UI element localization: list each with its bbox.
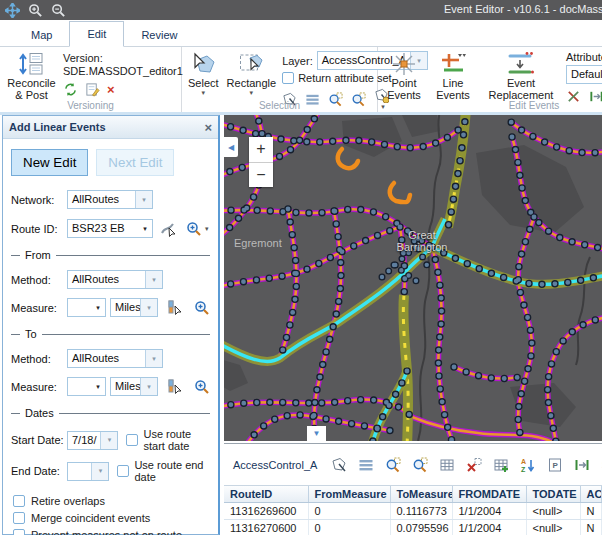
pick-to-measure-icon[interactable] (167, 378, 184, 395)
col-tomeasure[interactable]: ToMeasure (390, 486, 452, 503)
col-todate[interactable]: TODATE (526, 486, 580, 503)
from-unit-select[interactable]: Miles ▾ (110, 298, 158, 317)
cell: N (580, 503, 602, 520)
cell: 1/1/2004 (452, 520, 526, 535)
rectangle-button[interactable]: Rectangle ▾ (225, 50, 279, 97)
to-unit-select[interactable]: Miles ▾ (110, 377, 158, 396)
col-fromdate[interactable]: FROMDATE (452, 486, 526, 503)
merge-coincident-label: Merge coincident events (31, 512, 150, 524)
select-button[interactable]: Select ▾ (186, 50, 221, 97)
from-method-select[interactable]: AllRoutes ▾ (67, 270, 163, 289)
route-id-combo[interactable]: BSR23 EB ▾ (67, 219, 153, 238)
map-zoom-out-button[interactable]: − (249, 163, 273, 188)
attribute-table-panel: AccessControl_A A Z (224, 443, 602, 535)
ribbon-tabs: Map Edit Review (0, 20, 602, 47)
tab-map[interactable]: Map (14, 23, 69, 47)
cell: 0 (308, 520, 390, 535)
table-show-records-icon[interactable] (358, 457, 374, 473)
reconcile-post-button[interactable]: Reconcile & Post (4, 50, 59, 102)
table-clear-selection-icon[interactable] (466, 457, 482, 473)
line-events-button[interactable]: Line Events (430, 50, 476, 102)
table-toolbar: AccessControl_A A Z (224, 444, 602, 486)
route-id-label: Route ID: (11, 223, 67, 235)
end-date-label: End Date: (11, 465, 67, 477)
route-id-value: BSR23 EB (68, 220, 138, 237)
to-method-label: Method: (11, 353, 67, 365)
new-version-icon[interactable] (85, 82, 100, 97)
table-select-by-polygon-icon[interactable] (331, 457, 347, 473)
collapse-left-icon: ◀ (228, 143, 234, 152)
from-measure-combo[interactable]: ▾ (67, 298, 106, 317)
group-label-versioning: Versioning (0, 100, 181, 111)
prevent-measures-checkbox[interactable] (13, 529, 25, 535)
from-measure-label: Measure: (11, 302, 67, 314)
network-value: AllRoutes (68, 191, 135, 208)
from-measure-value (68, 299, 91, 316)
rectangle-select-icon (238, 51, 264, 77)
zoom-out-icon[interactable] (51, 3, 66, 18)
to-section-label: To (25, 328, 37, 340)
table-collapse-button[interactable]: ▼ (307, 426, 326, 441)
table-row[interactable]: 11316269600 0 0.1116773 1/1/2004 <null> … (224, 503, 602, 520)
group-versioning: Reconcile & Post Version: SDE.MASSDOT_ed… (0, 47, 182, 112)
map-zoom-in-button[interactable]: + (249, 137, 273, 163)
merge-coincident-checkbox[interactable] (13, 512, 25, 524)
app-title: Event Editor - v10.6.1 - docMassDOTN (444, 3, 602, 15)
table-row[interactable]: 11316270600 0 0.0795596 1/1/2004 <null> … (224, 520, 602, 535)
attribute-set-select[interactable]: Default ▾ (566, 65, 602, 84)
end-date-input[interactable]: ▾ (67, 462, 109, 481)
start-date-input[interactable]: 7/18/ ▾ (67, 431, 118, 450)
pick-from-measure-icon[interactable] (167, 299, 184, 316)
zoom-in-icon[interactable] (28, 3, 43, 18)
next-edit-button[interactable]: Next Edit (96, 149, 174, 176)
panel-close-icon[interactable]: × (204, 120, 212, 135)
event-replacement-label: Event Replacement (482, 77, 560, 101)
from-section-label: From (25, 249, 51, 261)
table-zoom-to-selected-icon[interactable] (385, 457, 401, 473)
pan-icon[interactable] (5, 3, 20, 18)
event-replacement-button[interactable]: Event Replacement (480, 50, 562, 102)
retire-overlaps-checkbox[interactable] (13, 495, 25, 507)
col-ac[interactable]: AC (580, 486, 602, 503)
table-measure-range-icon[interactable] (574, 457, 590, 473)
to-measure-combo[interactable]: ▾ (67, 377, 106, 396)
point-events-button[interactable]: Point Events (382, 50, 426, 102)
delete-version-icon[interactable]: × (107, 83, 115, 96)
col-frommeasure[interactable]: FromMeasure (308, 486, 390, 503)
cell: 11316270600 (224, 520, 308, 535)
map-canvas[interactable] (224, 115, 602, 441)
table-switch-selection-icon[interactable] (439, 457, 455, 473)
cell: 0 (308, 503, 390, 520)
to-method-select[interactable]: AllRoutes ▾ (67, 349, 163, 368)
table-add-record-icon[interactable] (493, 457, 509, 473)
use-route-end-checkbox[interactable] (117, 465, 129, 477)
from-zoom-icon[interactable] (194, 300, 210, 316)
cell: 11316269600 (224, 503, 308, 520)
cell: 1/1/2004 (452, 503, 526, 520)
tab-edit[interactable]: Edit (69, 21, 124, 47)
use-route-end-label: Use route end date (134, 459, 210, 483)
tab-review[interactable]: Review (124, 23, 194, 47)
route-zoom-caret-icon[interactable]: ▾ (205, 225, 209, 233)
return-attribute-set-checkbox[interactable] (282, 72, 294, 84)
network-select[interactable]: AllRoutes ▾ (67, 190, 153, 209)
group-label-selection: Selection (182, 100, 377, 111)
table-report-icon[interactable]: P (547, 457, 563, 473)
change-version-icon[interactable] (63, 82, 78, 97)
new-edit-button[interactable]: New Edit (11, 149, 88, 176)
map-label-egremont: Egremont (234, 237, 282, 249)
end-date-arrow-icon: ▾ (91, 463, 108, 480)
panel-collapse-button[interactable]: ◀ (224, 137, 238, 157)
dates-section-divider: Dates (11, 407, 210, 419)
to-zoom-icon[interactable] (194, 379, 210, 395)
cell: 0.0795596 (390, 520, 452, 535)
col-routeid[interactable]: RouteID (224, 486, 308, 503)
route-zoom-icon[interactable] (186, 221, 202, 237)
table-pan-to-selected-icon[interactable] (412, 457, 428, 473)
cell: <null> (526, 503, 580, 520)
to-measure-arrow-icon: ▾ (91, 378, 105, 395)
table-sort-icon[interactable]: A Z (520, 457, 536, 473)
use-route-start-checkbox[interactable] (126, 434, 138, 446)
use-route-start-label: Use route start date (143, 428, 210, 452)
pick-route-icon[interactable] (160, 220, 177, 237)
